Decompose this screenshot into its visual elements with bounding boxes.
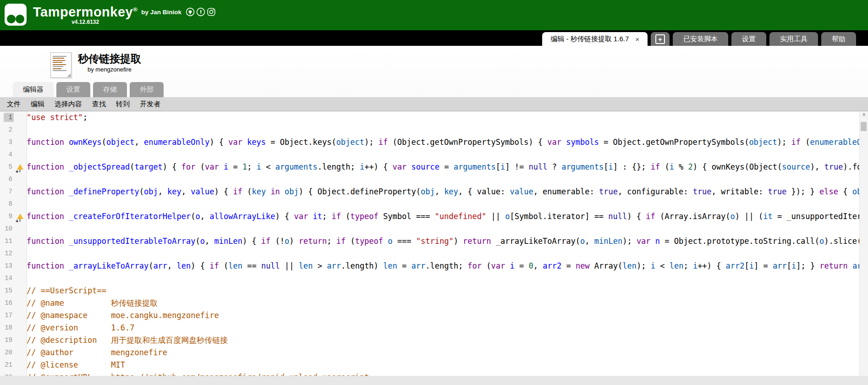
code-line[interactable]: // @namespace moe.cangku.mengzonefire <box>27 309 868 322</box>
code-line[interactable]: // @description 用于提取和生成百度网盘秒传链接 <box>27 334 868 346</box>
code-token: arguments <box>454 162 496 171</box>
app-title-text: Tampermonkey <box>33 5 133 19</box>
gutter-marker-cell <box>16 334 27 346</box>
code-token: in <box>266 187 285 196</box>
code-token: 0 <box>528 261 533 270</box>
tab-edit-script-active[interactable]: 编辑 - 秒传链接提取 1.6.7 × <box>542 32 648 46</box>
code-token: ( <box>805 138 810 147</box>
code-line[interactable]: // @version 1.6.7 <box>27 322 868 334</box>
main-tab-1[interactable]: 设置 <box>731 32 766 46</box>
code-token: object <box>749 138 777 147</box>
code-line[interactable]: function _defineProperty(obj, key, value… <box>27 186 868 198</box>
code-token: ( <box>148 261 153 270</box>
code-token: // ==UserScript== <box>27 286 106 295</box>
app-version: v4.12.6132 <box>71 19 99 25</box>
code-line[interactable]: // @name 秒传链接提取 <box>27 297 868 309</box>
code-line[interactable] <box>27 148 868 161</box>
code-editor[interactable]: 1"use strict";23function ownKeys(object,… <box>0 111 868 376</box>
code-row: 7function _defineProperty(obj, key, valu… <box>0 186 868 198</box>
main-tab-2[interactable]: 实用工具 <box>769 32 818 46</box>
code-token: _createForOfIteratorHelper <box>69 212 191 221</box>
code-token: // @description 用于提取和生成百度网盘秒传链接 <box>27 336 228 345</box>
code-token: len <box>228 261 242 270</box>
code-line[interactable]: // @author mengzonefire <box>27 346 868 359</box>
code-token: ) { <box>209 138 228 147</box>
script-source-icon <box>50 52 71 78</box>
menu-item-2[interactable]: 选择内容 <box>49 100 87 109</box>
code-token: ); <box>622 236 637 246</box>
line-number: 5 <box>4 162 14 171</box>
new-tab-button[interactable]: + <box>651 32 670 46</box>
facebook-icon[interactable]: f <box>196 7 205 16</box>
code-token: i <box>693 261 698 270</box>
code-line[interactable]: // @supportURL https://github.com/mengzo… <box>27 371 868 376</box>
gutter-marker-cell <box>16 371 27 376</box>
code-token: i <box>257 162 261 171</box>
close-tab-icon[interactable]: × <box>635 36 639 43</box>
code-token: .length; <box>318 162 360 171</box>
code-token: ) || ( <box>735 212 763 221</box>
code-line[interactable]: function _arrayLikeToArray(arr, len) { i… <box>27 260 868 272</box>
code-token: else <box>819 187 843 196</box>
code-token: ( <box>200 162 205 171</box>
code-line[interactable]: // ==UserScript== <box>27 285 868 297</box>
code-row: 17// @namespace moe.cangku.mengzonefire <box>0 309 868 322</box>
menu-item-3[interactable]: 查找 <box>87 100 111 109</box>
code-token: keys <box>247 138 266 147</box>
editor-subtab-3[interactable]: 外部 <box>130 82 164 97</box>
code-token: ( <box>247 187 252 196</box>
gutter-marker-cell <box>16 136 27 148</box>
line-number-cell: 13 <box>0 260 16 272</box>
code-line[interactable] <box>27 173 868 186</box>
code-line[interactable] <box>27 124 868 136</box>
code-token: true <box>768 187 786 196</box>
code-token: i <box>510 261 515 270</box>
code-token: Array( <box>594 261 622 270</box>
instagram-icon[interactable] <box>207 7 216 16</box>
code-token: i <box>224 162 228 171</box>
code-line[interactable]: function _createForOfIteratorHelper(o, a… <box>27 210 868 223</box>
code-token: o <box>285 236 289 246</box>
code-token: i <box>651 261 655 270</box>
code-line[interactable]: function ownKeys(object, enumerableOnly)… <box>27 136 868 148</box>
editor-subtab-0[interactable]: 编辑器 <box>13 82 54 97</box>
code-token: allowArrayLike <box>209 212 275 221</box>
code-token: ( <box>486 261 491 270</box>
line-number-cell: 4 <box>0 148 16 161</box>
code-line[interactable]: function _objectSpread(target) { for (va… <box>27 161 868 173</box>
editor-subtab-2[interactable]: 存储 <box>93 82 127 97</box>
code-line[interactable] <box>27 272 868 285</box>
gutter-marker-cell <box>16 173 27 186</box>
scroll-up-arrow[interactable]: ^ <box>860 112 868 120</box>
code-token: obj <box>421 187 435 196</box>
code-token: obj <box>144 187 158 196</box>
code-token: ; <box>322 212 331 221</box>
menu-item-1[interactable]: 编辑 <box>26 100 49 109</box>
code-line[interactable] <box>27 198 868 210</box>
scrollbar-thumb[interactable] <box>861 122 867 131</box>
code-line[interactable] <box>27 248 868 260</box>
menu-item-4[interactable]: 转到 <box>111 100 135 109</box>
line-number-cell: 22 <box>0 371 16 376</box>
code-token: arguments <box>275 162 318 171</box>
code-token: ( <box>346 212 350 221</box>
code-line[interactable]: // @license MIT <box>27 359 868 371</box>
code-token: arr2 <box>543 261 561 270</box>
code-token: function <box>27 236 69 246</box>
main-tab-0[interactable]: 已安装脚本 <box>673 32 728 46</box>
code-token: == <box>242 261 261 270</box>
code-row: 2 <box>0 124 868 136</box>
code-token: arr <box>327 261 341 270</box>
menu-item-0[interactable]: 文件 <box>2 100 26 109</box>
editor-subtab-1[interactable]: 设置 <box>56 82 90 97</box>
gutter-marker-cell <box>16 148 27 161</box>
code-line[interactable]: function _unsupportedIterableToArray(o, … <box>27 235 868 248</box>
editor-scrollbar[interactable]: ^ <box>859 112 868 376</box>
code-token: [Symbol.iterator] == <box>510 212 608 221</box>
main-tab-3[interactable]: 帮助 <box>821 32 856 46</box>
code-line[interactable]: "use strict"; <box>27 111 868 124</box>
code-token: minLen <box>214 236 242 246</box>
menu-item-5[interactable]: 开发者 <box>135 100 165 109</box>
code-line[interactable] <box>27 223 868 235</box>
github-icon[interactable] <box>186 7 195 16</box>
